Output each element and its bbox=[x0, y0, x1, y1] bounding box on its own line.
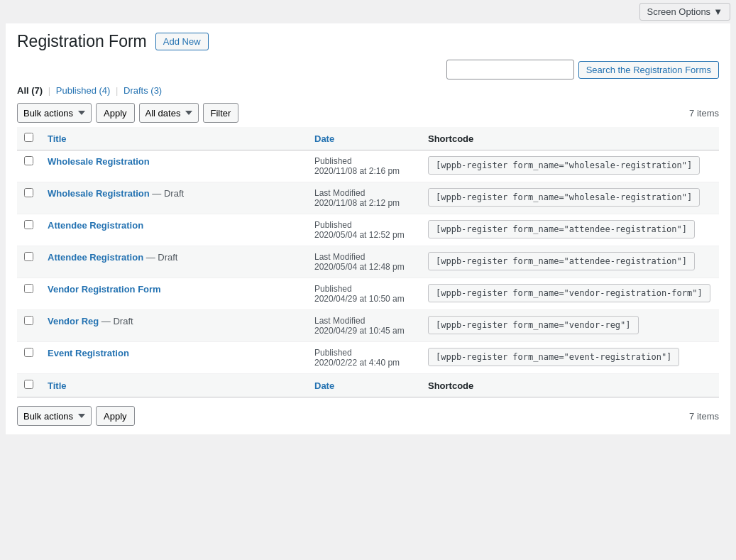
screen-options-bar: Screen Options ▼ bbox=[0, 0, 736, 23]
row-shortcode-cell: [wppb-register form_name="wholesale-regi… bbox=[421, 150, 719, 182]
row-shortcode-cell: [wppb-register form_name="attendee-regis… bbox=[421, 214, 719, 246]
dates-select[interactable]: All dates bbox=[139, 103, 199, 123]
row-checkbox-cell bbox=[17, 342, 40, 374]
select-all-footer-checkbox[interactable] bbox=[24, 380, 33, 389]
row-checkbox[interactable] bbox=[24, 220, 33, 229]
filter-link-published[interactable]: Published (4) bbox=[56, 85, 111, 96]
footer-date[interactable]: Date bbox=[307, 374, 421, 397]
bottom-apply-button[interactable]: Apply bbox=[96, 406, 135, 426]
row-shortcode-cell: [wppb-register form_name="attendee-regis… bbox=[421, 246, 719, 278]
date-status: Published bbox=[314, 220, 414, 230]
row-title-cell: Attendee Registration — Draft bbox=[40, 246, 307, 278]
add-new-button[interactable]: Add New bbox=[155, 33, 209, 50]
date-string: 2020/11/08 at 2:16 pm bbox=[314, 166, 414, 176]
row-title-cell: Wholesale Registration bbox=[40, 150, 307, 182]
header-shortcode: Shortcode bbox=[421, 127, 719, 150]
draft-label: — Draft bbox=[143, 252, 177, 263]
row-checkbox[interactable] bbox=[24, 252, 33, 261]
sep-1: | bbox=[48, 85, 50, 96]
table-row: Vendor Registration FormPublished2020/04… bbox=[17, 278, 719, 310]
filter-link-all[interactable]: All (7) bbox=[17, 85, 43, 96]
row-date-cell: Last Modified2020/11/08 at 2:12 pm bbox=[307, 182, 421, 214]
main-content: Registration Form Add New Search the Reg… bbox=[6, 23, 730, 434]
row-title-link[interactable]: Wholesale Registration bbox=[48, 188, 150, 199]
date-string: 2020/04/29 at 10:50 am bbox=[314, 294, 414, 304]
select-all-checkbox[interactable] bbox=[24, 133, 33, 142]
header-title[interactable]: Title bbox=[40, 127, 307, 150]
row-checkbox[interactable] bbox=[24, 188, 33, 197]
table-row: Attendee Registration — DraftLast Modifi… bbox=[17, 246, 719, 278]
row-title-link[interactable]: Event Registration bbox=[48, 348, 129, 358]
row-checkbox[interactable] bbox=[24, 156, 33, 165]
filter-button[interactable]: Filter bbox=[203, 103, 239, 123]
filter-links: All (7) | Published (4) | Drafts (3) bbox=[17, 85, 719, 96]
row-checkbox[interactable] bbox=[24, 316, 33, 325]
date-string: 2020/05/04 at 12:48 pm bbox=[314, 262, 414, 272]
row-shortcode-cell: [wppb-register form_name="vendor-registr… bbox=[421, 278, 719, 310]
filter-link-drafts[interactable]: Drafts (3) bbox=[123, 85, 162, 96]
row-title-cell: Event Registration bbox=[40, 342, 307, 374]
row-date-cell: Last Modified2020/05/04 at 12:48 pm bbox=[307, 246, 421, 278]
table-row: Wholesale Registration — DraftLast Modif… bbox=[17, 182, 719, 214]
row-checkbox-cell bbox=[17, 310, 40, 342]
date-status: Last Modified bbox=[314, 316, 414, 326]
page-title-row: Registration Form Add New bbox=[17, 32, 719, 51]
draft-label: — Draft bbox=[99, 316, 133, 326]
row-date-cell: Published2020/05/04 at 12:52 pm bbox=[307, 214, 421, 246]
screen-options-label: Screen Options bbox=[647, 6, 711, 17]
date-string: 2020/05/04 at 12:52 pm bbox=[314, 230, 414, 240]
page-wrapper: Screen Options ▼ Registration Form Add N… bbox=[0, 0, 736, 560]
search-button[interactable]: Search the Registration Forms bbox=[578, 61, 719, 79]
row-title-link[interactable]: Attendee Registration bbox=[48, 220, 143, 231]
row-title-cell: Vendor Reg — Draft bbox=[40, 310, 307, 342]
search-input[interactable] bbox=[446, 60, 574, 79]
row-title-link[interactable]: Wholesale Registration bbox=[48, 156, 150, 167]
date-string: 2020/04/29 at 10:45 am bbox=[314, 326, 414, 336]
registrations-table: Title Date Shortcode Wholesale Registrat… bbox=[17, 127, 719, 397]
page-title: Registration Form bbox=[17, 32, 147, 51]
bottom-bulk-actions-select[interactable]: Bulk actions bbox=[17, 406, 92, 426]
sep-2: | bbox=[116, 85, 118, 96]
row-shortcode-cell: [wppb-register form_name="vendor-reg"] bbox=[421, 310, 719, 342]
row-checkbox[interactable] bbox=[24, 348, 33, 357]
header-date[interactable]: Date bbox=[307, 127, 421, 150]
row-date-cell: Published2020/02/22 at 4:40 pm bbox=[307, 342, 421, 374]
row-title-link[interactable]: Vendor Registration Form bbox=[48, 284, 161, 295]
table-row: Wholesale RegistrationPublished2020/11/0… bbox=[17, 150, 719, 182]
top-apply-button[interactable]: Apply bbox=[96, 103, 135, 123]
shortcode-value[interactable]: [wppb-register form_name="event-registra… bbox=[428, 348, 679, 366]
bottom-toolbar: Bulk actions Apply 7 items bbox=[17, 403, 719, 426]
row-title-cell: Wholesale Registration — Draft bbox=[40, 182, 307, 214]
shortcode-value[interactable]: [wppb-register form_name="attendee-regis… bbox=[428, 252, 695, 270]
date-status: Published bbox=[314, 156, 414, 166]
row-title-cell: Vendor Registration Form bbox=[40, 278, 307, 310]
date-status: Published bbox=[314, 348, 414, 358]
draft-label: — Draft bbox=[150, 188, 184, 199]
bulk-actions-select[interactable]: Bulk actions bbox=[17, 103, 92, 123]
bottom-items-count: 7 items bbox=[689, 411, 719, 422]
row-title-link[interactable]: Attendee Registration bbox=[48, 252, 143, 263]
top-items-count: 7 items bbox=[689, 108, 719, 119]
shortcode-value[interactable]: [wppb-register form_name="vendor-registr… bbox=[428, 284, 710, 302]
row-title-cell: Attendee Registration bbox=[40, 214, 307, 246]
row-checkbox-cell bbox=[17, 214, 40, 246]
date-status: Last Modified bbox=[314, 252, 414, 262]
footer-title[interactable]: Title bbox=[40, 374, 307, 397]
table-header-row: Title Date Shortcode bbox=[17, 127, 719, 150]
shortcode-value[interactable]: [wppb-register form_name="wholesale-regi… bbox=[428, 156, 700, 175]
row-checkbox-cell bbox=[17, 246, 40, 278]
date-status: Last Modified bbox=[314, 188, 414, 198]
shortcode-value[interactable]: [wppb-register form_name="vendor-reg"] bbox=[428, 316, 639, 334]
table-footer-row: Title Date Shortcode bbox=[17, 374, 719, 397]
row-checkbox-cell bbox=[17, 278, 40, 310]
row-date-cell: Published2020/11/08 at 2:16 pm bbox=[307, 150, 421, 182]
shortcode-value[interactable]: [wppb-register form_name="attendee-regis… bbox=[428, 220, 695, 238]
row-checkbox[interactable] bbox=[24, 284, 33, 293]
footer-shortcode: Shortcode bbox=[421, 374, 719, 397]
table-row: Vendor Reg — DraftLast Modified2020/04/2… bbox=[17, 310, 719, 342]
row-checkbox-cell bbox=[17, 182, 40, 214]
screen-options-button[interactable]: Screen Options ▼ bbox=[639, 3, 730, 21]
row-title-link[interactable]: Vendor Reg bbox=[48, 316, 99, 326]
header-cb bbox=[17, 127, 40, 150]
shortcode-value[interactable]: [wppb-register form_name="wholesale-regi… bbox=[428, 188, 700, 207]
